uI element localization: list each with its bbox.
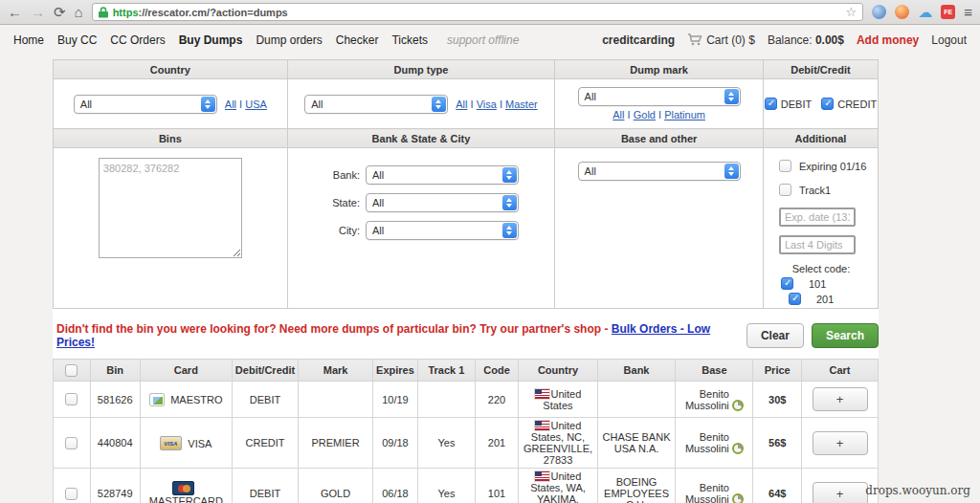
- table-row: 581626 MAESTRO DEBIT 10/19 220 United St…: [54, 382, 879, 418]
- nav-checker[interactable]: Checker: [336, 33, 379, 47]
- cart-link[interactable]: Cart (0) $: [687, 33, 755, 47]
- cell-card: MAESTRO: [140, 382, 232, 418]
- main-content: Country Dump type Dump mark Debit/Credit…: [53, 59, 879, 503]
- code-201-checkbox[interactable]: [789, 293, 801, 305]
- row-checkbox[interactable]: [65, 393, 78, 405]
- expiring-checkbox[interactable]: [779, 160, 791, 172]
- reload-icon[interactable]: ⟳: [54, 5, 66, 19]
- exp-date-input[interactable]: [779, 208, 856, 227]
- select-stepper-icon: [502, 223, 517, 238]
- url-bar[interactable]: https://rescator.cm/?action=dumps ☆: [92, 3, 864, 21]
- back-icon[interactable]: ←: [8, 5, 22, 19]
- last4-input[interactable]: [779, 235, 856, 254]
- cell-expires: 10/19: [372, 382, 417, 418]
- country-link-usa[interactable]: USA: [245, 98, 267, 110]
- browser-menu-icon[interactable]: ≡: [964, 4, 972, 20]
- country-select[interactable]: All: [74, 95, 217, 114]
- nav-dump-orders[interactable]: Dump orders: [256, 33, 322, 47]
- dump-mark-select[interactable]: All: [578, 87, 741, 106]
- track1-label: Track1: [799, 185, 831, 196]
- base-select[interactable]: All: [578, 162, 741, 181]
- dump-mark-link-all[interactable]: All: [612, 109, 624, 120]
- us-flag-icon: [535, 471, 549, 481]
- broken-image-icon: [149, 393, 165, 406]
- state-select[interactable]: All: [366, 193, 519, 212]
- debit-checkbox[interactable]: [765, 98, 777, 110]
- bookmark-star-icon[interactable]: ☆: [846, 5, 858, 19]
- filter-header-additional: Additional: [763, 129, 878, 148]
- logout-link[interactable]: Logout: [931, 33, 967, 47]
- nav-buy-cc[interactable]: Buy CC: [57, 33, 97, 47]
- us-flag-icon: [535, 389, 549, 399]
- filter-header-country: Country: [54, 60, 288, 79]
- nav-cc-orders[interactable]: CC Orders: [110, 33, 165, 47]
- credit-checkbox[interactable]: [821, 98, 834, 110]
- cell-bank: [597, 382, 675, 418]
- code-101-checkbox[interactable]: [781, 277, 793, 290]
- filters-panel: Country Dump type Dump mark Debit/Credit…: [53, 59, 879, 309]
- row-checkbox[interactable]: [65, 488, 78, 500]
- add-to-cart-button[interactable]: +: [813, 482, 868, 503]
- table-row: 528749 MASTERCARD DEBIT GOLD 06/18 Yes 1…: [54, 469, 879, 503]
- cell-bin: 581626: [90, 382, 140, 418]
- row-checkbox[interactable]: [65, 437, 78, 449]
- dump-mark-link-gold[interactable]: Gold: [634, 109, 656, 120]
- filter-header-dump-mark: Dump mark: [555, 60, 764, 79]
- cell-bank: CHASE BANK USA N.A.: [597, 418, 675, 469]
- banner-text: Didn't find the bin you were looking for…: [56, 322, 608, 336]
- add-money-link[interactable]: Add money: [857, 33, 919, 47]
- col-price: Price: [753, 360, 802, 382]
- search-button[interactable]: Search: [812, 323, 879, 348]
- bank-label: Bank:: [323, 169, 360, 181]
- cell-base: Benito Mussolini: [676, 418, 753, 469]
- username: creditcarding: [602, 33, 675, 47]
- clear-button[interactable]: Clear: [746, 323, 804, 348]
- cell-bin: 440804: [90, 418, 140, 469]
- dump-type-link-visa[interactable]: Visa: [477, 98, 497, 110]
- dump-mark-link-platinum[interactable]: Platinum: [664, 109, 705, 120]
- add-to-cart-button[interactable]: +: [813, 431, 868, 455]
- select-all-checkbox[interactable]: [65, 364, 78, 377]
- bins-textarea[interactable]: [99, 158, 242, 258]
- code-101-label: 101: [809, 278, 826, 290]
- nav-home[interactable]: Home: [13, 33, 44, 47]
- dump-type-select[interactable]: All: [304, 95, 448, 114]
- support-status: support offline: [447, 33, 519, 47]
- nav-tickets[interactable]: Tickets: [391, 33, 428, 47]
- nav-buy-dumps[interactable]: Buy Dumps: [179, 33, 243, 47]
- filter-header-bins: Bins: [54, 129, 288, 148]
- col-expires: Expires: [372, 360, 417, 382]
- track1-checkbox[interactable]: [779, 184, 791, 196]
- state-label: State:: [323, 197, 360, 208]
- fox-extension-icon[interactable]: [895, 5, 909, 19]
- select-code-label: Select code:: [779, 263, 863, 274]
- select-stepper-icon: [201, 97, 215, 112]
- add-to-cart-button[interactable]: +: [813, 387, 868, 411]
- watermark: drops.wooyun.org: [865, 484, 970, 497]
- debit-label: DEBIT: [781, 98, 812, 110]
- cell-expires: 09/18: [372, 418, 417, 469]
- col-track1: Track 1: [417, 360, 475, 382]
- visa-card-icon: [160, 436, 182, 450]
- cell-mark: [299, 382, 373, 418]
- dump-mark-quick-links: All I Gold I Platinum: [612, 109, 705, 120]
- col-code: Code: [475, 360, 518, 382]
- select-stepper-icon: [502, 167, 517, 183]
- browser-toolbar: ← → ⟳ ⌂ https://rescator.cm/?action=dump…: [0, 0, 980, 25]
- cloud-extension-icon[interactable]: ☁: [918, 5, 932, 19]
- dump-type-link-all[interactable]: All: [456, 98, 467, 110]
- country-link-all[interactable]: All: [225, 98, 236, 110]
- filter-header-debit-credit: Debit/Credit: [763, 60, 878, 79]
- home-icon[interactable]: ⌂: [75, 5, 83, 19]
- dump-type-link-master[interactable]: Master: [505, 98, 538, 110]
- url-text: https://rescator.cm/?action=dumps: [113, 7, 288, 18]
- bank-select[interactable]: All: [366, 165, 519, 185]
- globe-extension-icon[interactable]: [872, 5, 886, 19]
- fe-extension-icon[interactable]: FE: [941, 5, 955, 19]
- forward-icon[interactable]: →: [31, 5, 45, 19]
- dump-type-quick-links: All I Visa I Master: [456, 98, 537, 110]
- cell-card: VISA: [140, 418, 232, 469]
- filter-header-dump-type: Dump type: [287, 60, 555, 79]
- select-stepper-icon: [724, 89, 739, 104]
- city-select[interactable]: All: [366, 221, 519, 240]
